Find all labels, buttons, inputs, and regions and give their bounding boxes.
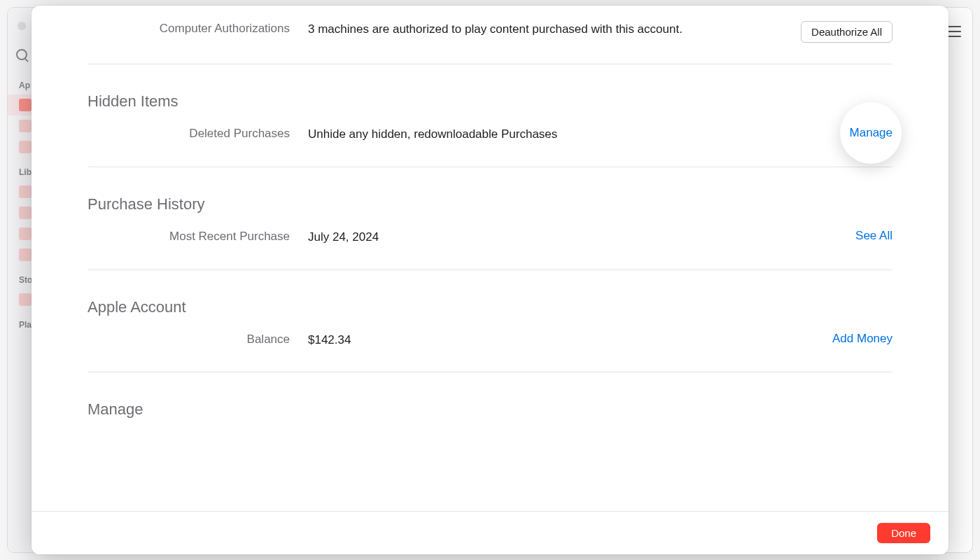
balance-label: Balance <box>88 332 308 346</box>
hidden-items-heading: Hidden Items <box>88 64 892 126</box>
modal-footer: Done <box>31 511 948 554</box>
done-button[interactable]: Done <box>877 523 930 543</box>
mic-icon <box>19 206 31 219</box>
deleted-purchases-row: Deleted Purchases Unhide any hidden, red… <box>88 126 892 167</box>
balance-value: $142.34 <box>308 332 788 349</box>
grid-icon <box>19 120 31 132</box>
computer-authorizations-label: Computer Authorizations <box>88 21 308 36</box>
home-icon <box>19 99 31 111</box>
manage-hidden-items-link[interactable]: Manage <box>850 126 892 139</box>
deauthorize-all-button[interactable]: Deauthorize All <box>801 21 892 43</box>
computer-authorizations-row: Computer Authorizations 3 machines are a… <box>88 6 892 64</box>
manage-heading: Manage <box>88 372 892 434</box>
traffic-close[interactable] <box>18 22 26 30</box>
balance-row: Balance $142.34 Add Money <box>88 332 892 372</box>
apple-account-heading: Apple Account <box>88 270 892 332</box>
deleted-purchases-label: Deleted Purchases <box>88 126 308 141</box>
deleted-purchases-value: Unhide any hidden, redownloadable Purcha… <box>308 126 788 143</box>
search-icon <box>16 49 27 60</box>
music-icon <box>19 248 31 261</box>
computer-authorizations-value: 3 machines are authorized to play conten… <box>308 21 788 38</box>
account-settings-modal: Computer Authorizations 3 machines are a… <box>31 6 948 554</box>
most-recent-purchase-row: Most Recent Purchase July 24, 2024 See A… <box>88 229 892 270</box>
album-icon <box>19 227 31 240</box>
purchase-history-heading: Purchase History <box>88 167 892 229</box>
clock-icon <box>19 186 31 198</box>
most-recent-purchase-label: Most Recent Purchase <box>88 229 308 244</box>
add-money-link[interactable]: Add Money <box>832 332 892 345</box>
see-all-purchases-link[interactable]: See All <box>855 229 892 242</box>
radio-icon <box>19 141 31 153</box>
star-icon <box>19 293 31 306</box>
most-recent-purchase-value: July 24, 2024 <box>308 229 788 246</box>
modal-body: Computer Authorizations 3 machines are a… <box>31 6 948 511</box>
manage-link-highlight: Manage <box>850 126 892 140</box>
